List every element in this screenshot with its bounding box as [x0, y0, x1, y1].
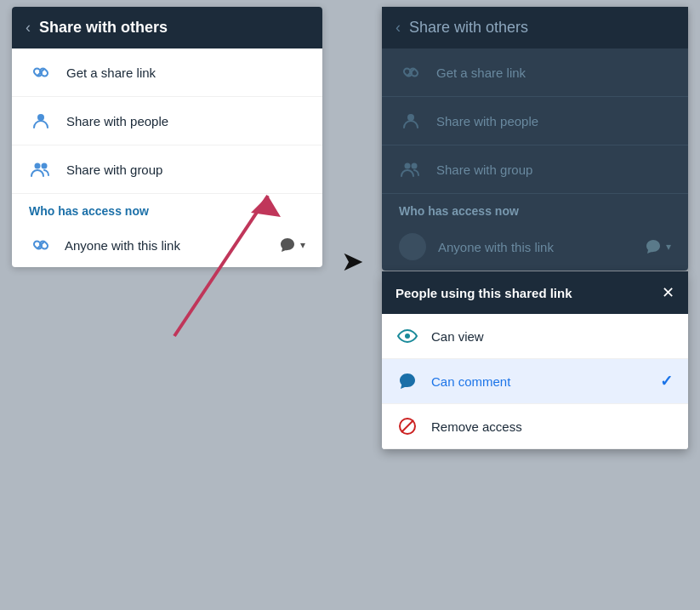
left-access-label: Anyone with this link	[65, 238, 266, 253]
main-container: ‹ Share with others Get a share link Sha…	[0, 0, 700, 610]
dropdown-title: People using this shared link	[396, 286, 572, 300]
link-icon	[29, 60, 53, 84]
left-access-link-icon	[29, 233, 53, 257]
svg-point-1	[35, 163, 41, 169]
dropdown-option-comment-label: Can comment	[431, 374, 646, 389]
dropdown-option-view[interactable]: Can view	[382, 314, 688, 359]
right-menu-item-group-label: Share with group	[436, 162, 532, 177]
comment-icon	[397, 371, 418, 391]
left-section-header: Who has access now	[12, 194, 322, 223]
dropdown-header: People using this shared link ✕	[382, 271, 688, 314]
right-panel-header: ‹ Share with others	[382, 7, 688, 48]
right-person-icon	[399, 109, 423, 133]
person-icon	[29, 109, 53, 133]
right-menu-item-group[interactable]: Share with group	[382, 145, 688, 194]
left-menu-item-link[interactable]: Get a share link	[12, 48, 322, 97]
svg-point-7	[412, 163, 418, 169]
right-access-item: Anyone with this link ▾	[382, 223, 688, 271]
right-group-icon	[399, 157, 423, 181]
left-menu-item-group[interactable]: Share with group	[12, 145, 322, 194]
svg-point-6	[405, 163, 411, 169]
dropdown-option-comment[interactable]: Can comment ✓	[382, 359, 688, 404]
right-menu-item-link[interactable]: Get a share link	[382, 48, 688, 97]
right-comment-dropdown-btn[interactable]: ▾	[644, 237, 671, 256]
comment-bubble-icon	[278, 236, 297, 254]
left-back-button[interactable]: ‹	[26, 19, 31, 37]
dropdown-close-button[interactable]: ✕	[662, 283, 674, 302]
right-section-header: Who has access now	[382, 194, 688, 223]
svg-line-10	[401, 420, 413, 432]
dropdown-chevron-icon: ▾	[300, 239, 305, 251]
dropdown-option-remove-label: Remove access	[431, 419, 673, 434]
left-menu-item-people[interactable]: Share with people	[12, 97, 322, 145]
left-panel: ‹ Share with others Get a share link Sha…	[12, 7, 322, 267]
right-link-icon	[399, 60, 423, 84]
left-menu-item-group-label: Share with group	[66, 162, 162, 177]
right-panel-body: Get a share link Share with people Share	[382, 48, 688, 271]
svg-point-5	[407, 114, 414, 121]
left-menu-item-people-label: Share with people	[66, 114, 168, 128]
dropdown-option-view-label: Can view	[431, 329, 673, 344]
right-dropdown-chevron-icon: ▾	[666, 241, 671, 253]
right-access-label: Anyone with this link	[438, 240, 632, 254]
right-menu-item-people[interactable]: Share with people	[382, 97, 688, 145]
checkmark-icon: ✓	[660, 372, 673, 391]
left-panel-body: Get a share link Share with people Share	[12, 48, 322, 267]
right-comment-bubble-icon	[644, 237, 663, 256]
right-panel-title: Share with others	[409, 19, 528, 37]
transition-arrow: ➤	[322, 245, 382, 277]
right-arrow-icon: ➤	[341, 245, 364, 277]
group-icon	[29, 157, 53, 181]
dropdown-option-remove[interactable]: Remove access	[382, 404, 688, 449]
right-avatar	[399, 233, 426, 260]
right-menu-item-people-label: Share with people	[436, 114, 538, 128]
svg-point-2	[42, 163, 48, 169]
eye-icon	[397, 326, 418, 346]
block-icon	[397, 416, 418, 436]
left-panel-header: ‹ Share with others	[12, 7, 322, 48]
left-menu-item-link-label: Get a share link	[66, 66, 156, 80]
right-back-button[interactable]: ‹	[396, 19, 401, 37]
svg-point-8	[405, 334, 410, 339]
dropdown-panel: People using this shared link ✕ Can view…	[382, 271, 688, 449]
right-panel: ‹ Share with others Get a share link Sha…	[382, 7, 688, 271]
left-access-item: Anyone with this link ▾	[12, 223, 322, 267]
svg-point-0	[37, 114, 44, 121]
left-comment-dropdown-btn[interactable]: ▾	[278, 236, 305, 254]
left-panel-title: Share with others	[39, 19, 168, 37]
right-menu-item-link-label: Get a share link	[436, 66, 526, 80]
